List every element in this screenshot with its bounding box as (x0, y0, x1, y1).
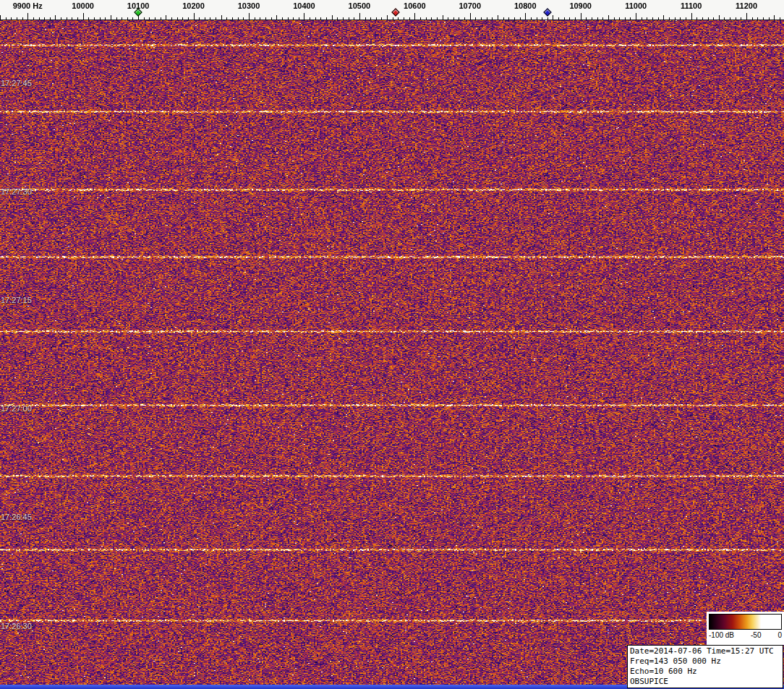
legend-label-mid: -50 (751, 631, 761, 639)
frequency-tick-label: 10300 (238, 1, 260, 10)
legend-label-max: 0 (777, 631, 782, 639)
time-tick-label: 17:26:45 (1, 513, 32, 521)
time-tick-label: 17:27:15 (1, 296, 32, 304)
legend-label-min: -100 dB (709, 631, 734, 639)
time-tick-label: 17:27:45 (1, 79, 32, 87)
color-scale-labels: -100 dB -50 0 (709, 631, 782, 639)
spectrum-waterfall-window: 9900 Hz100001010010200103001040010500106… (0, 0, 784, 689)
frequency-tick-label: 10500 (349, 1, 371, 10)
frequency-tick-label: 10900 (569, 1, 592, 10)
frequency-tick-label: 10200 (182, 1, 205, 10)
time-tick-label: 17:27:00 (1, 404, 32, 413)
frequency-tick-label: 11000 (625, 1, 647, 10)
spectrogram-canvas[interactable] (0, 20, 784, 689)
frequency-ruler[interactable]: 9900 Hz100001010010200103001040010500106… (0, 0, 784, 20)
frequency-tick-label: 9900 Hz (13, 1, 43, 10)
info-station: OBSUPICE (630, 677, 780, 687)
frequency-tick-label: 11100 (681, 1, 702, 10)
frequency-tick-label: 10600 (404, 1, 426, 10)
color-scale-legend: -100 dB -50 0 (707, 612, 784, 645)
info-echo: Echo=10 600 Hz (630, 667, 780, 677)
waterfall-display[interactable]: 17:27:4517:27:3017:27:1517:27:0017:26:45… (0, 20, 784, 689)
frequency-tick-label: 10000 (72, 1, 94, 10)
time-tick-label: 17:26:30 (1, 622, 32, 630)
color-scale-gradient (709, 614, 782, 630)
info-date-time: Date=2014-07-06 Time=15:27 UTC (630, 646, 780, 656)
frequency-ruler-ticks-canvas (0, 0, 784, 20)
frequency-tick-label: 11200 (736, 1, 757, 10)
frequency-tick-label: 10400 (293, 1, 315, 10)
info-frequency: Freq=143 050 000 Hz (630, 656, 780, 667)
time-tick-label: 17:27:30 (1, 187, 32, 196)
frequency-tick-label: 10800 (514, 1, 537, 10)
frequency-tick-label: 10700 (459, 1, 481, 10)
info-box: Date=2014-07-06 Time=15:27 UTC Freq=143 … (627, 645, 783, 688)
